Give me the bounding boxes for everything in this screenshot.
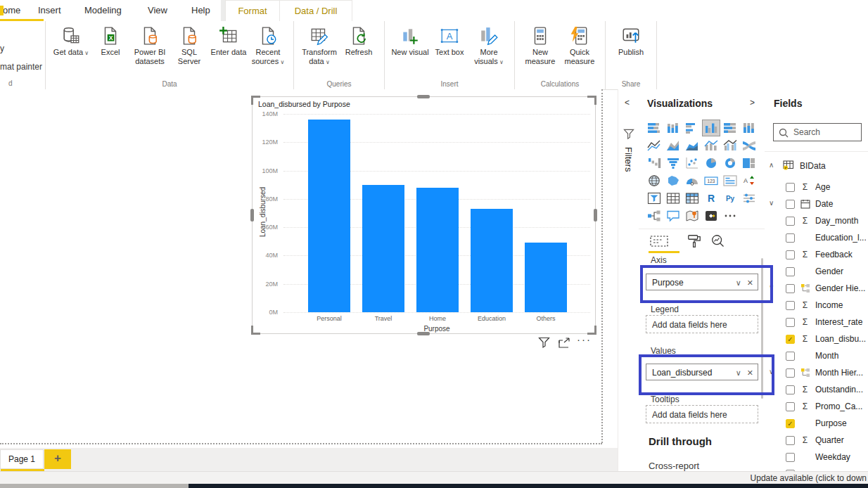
field-checkbox[interactable]: [786, 402, 795, 411]
chevron-down-icon[interactable]: ∨: [769, 368, 774, 375]
bar-chart-visual[interactable]: Loan_disbursed by Purpose Loan_disbursed…: [252, 96, 596, 334]
vis-icon-100-stacked-bar-chart[interactable]: [722, 120, 739, 136]
vis-icon-clustered-bar-chart[interactable]: [684, 120, 701, 136]
axis-field-dropdown-icon[interactable]: ∨: [736, 278, 741, 287]
page-tab-page1[interactable]: Page 1: [0, 449, 44, 469]
vis-icon-line-and-clustered-column-chart[interactable]: [722, 138, 739, 153]
vis-icon-stacked-column-chart[interactable]: [665, 120, 682, 136]
vis-icon-scatter-chart[interactable]: [684, 155, 701, 171]
vis-icon-donut-chart[interactable]: [722, 155, 739, 171]
enter-data-button[interactable]: Enter data: [209, 24, 248, 58]
selection-handle-top[interactable]: [417, 95, 430, 98]
update-available-message[interactable]: Update available (click to down: [751, 473, 867, 483]
field-row-age[interactable]: ΣAge: [765, 179, 868, 196]
field-checkbox[interactable]: [786, 368, 795, 378]
text-box-button[interactable]: AText box: [430, 24, 469, 58]
scrollbar[interactable]: [761, 258, 763, 399]
axis-field-remove-icon[interactable]: ✕: [747, 278, 753, 287]
legend-field-well[interactable]: Add data fields here: [646, 315, 758, 333]
field-checkbox[interactable]: [786, 318, 795, 327]
tab-data-drill[interactable]: Data / Drill: [279, 0, 352, 22]
vis-icon-waterfall-chart[interactable]: [646, 155, 663, 171]
vis-icon-line-chart[interactable]: [646, 138, 663, 153]
field-checkbox[interactable]: ✓: [786, 335, 795, 344]
more-visuals-button[interactable]: More visuals ∨: [469, 24, 509, 68]
tab-analytics[interactable]: [708, 233, 729, 250]
chevron-down-icon[interactable]: ∨: [769, 199, 774, 207]
collapse-visualizations-icon[interactable]: >: [750, 98, 755, 108]
selection-handle-top-right[interactable]: [587, 96, 596, 105]
field-checkbox[interactable]: ✓: [786, 419, 795, 428]
field-row-day-month[interactable]: ΣDay_month: [765, 213, 868, 230]
field-row-education-l-[interactable]: Education_l...: [765, 230, 868, 247]
field-checkbox[interactable]: [786, 250, 795, 259]
field-row-date[interactable]: ∨Date: [765, 196, 868, 213]
tab-modeling[interactable]: Modeling: [82, 0, 125, 21]
tab-insert[interactable]: Insert: [35, 0, 64, 21]
field-checkbox[interactable]: [786, 267, 795, 276]
vis-icon-python-visual[interactable]: Py: [722, 191, 739, 206]
filter-icon[interactable]: [538, 337, 550, 352]
vis-icon-funnel-chart[interactable]: [665, 155, 682, 171]
vis-icon-q-and-a[interactable]: [665, 208, 682, 224]
field-checkbox[interactable]: [786, 453, 795, 462]
table-row-bidata[interactable]: ∧BIData: [765, 158, 868, 175]
vis-icon-treemap[interactable]: [741, 155, 758, 171]
vis-icon-more-options[interactable]: [722, 208, 739, 224]
vis-icon-card[interactable]: 123: [703, 173, 720, 188]
focus-mode-icon[interactable]: [558, 337, 570, 352]
field-row-gender-hie-[interactable]: ∨Gender Hie...: [765, 281, 868, 297]
add-page-button[interactable]: +: [44, 449, 71, 469]
new-visual-button[interactable]: New visual: [390, 24, 430, 58]
field-checkbox[interactable]: [786, 352, 795, 361]
sql-server-button[interactable]: SQL Server: [170, 24, 209, 68]
bar-travel[interactable]: [362, 185, 404, 312]
vis-icon-map[interactable]: [646, 173, 663, 188]
axis-field-well[interactable]: Purpose ∨✕: [646, 274, 758, 290]
field-checkbox[interactable]: [786, 436, 795, 445]
vis-icon-stacked-area-chart[interactable]: [684, 138, 701, 153]
field-row-quarter[interactable]: ΣQuarter: [765, 432, 868, 449]
vis-icon-decomposition-tree[interactable]: [646, 208, 663, 224]
bar-personal[interactable]: [308, 120, 350, 312]
field-row-weekday[interactable]: Weekday: [765, 449, 868, 466]
vis-icon-filled-map[interactable]: [665, 173, 682, 188]
selection-handle-right[interactable]: [594, 209, 597, 221]
field-row-month[interactable]: Month: [765, 348, 868, 365]
vis-icon-ribbon-chart[interactable]: [741, 138, 758, 153]
tab-format[interactable]: Format: [225, 0, 280, 22]
tab-format[interactable]: [684, 233, 705, 250]
field-checkbox[interactable]: [786, 183, 795, 192]
more-options-icon[interactable]: ···: [577, 333, 592, 345]
recent-sources-button[interactable]: Recent sources ∨: [248, 24, 288, 68]
selection-handle-bottom[interactable]: [417, 332, 430, 335]
field-checkbox[interactable]: [786, 233, 795, 243]
field-row-outstandin-[interactable]: ΣOutstandin...: [765, 382, 868, 399]
field-checkbox[interactable]: [786, 301, 795, 310]
transform-data-button[interactable]: Transform data ∨: [300, 24, 339, 68]
vis-icon-area-chart[interactable]: [665, 138, 682, 153]
vis-icon-line-and-stacked-column-chart[interactable]: [703, 138, 720, 153]
tab-fields-wells[interactable]: [649, 233, 670, 250]
search-input[interactable]: Search: [773, 123, 862, 141]
field-row-gender[interactable]: Gender: [765, 264, 868, 281]
field-checkbox[interactable]: [786, 284, 795, 293]
values-field-well[interactable]: Loan_disbursed ∨✕: [646, 364, 758, 380]
field-row-interest-rate[interactable]: ΣInterest_rate: [765, 314, 868, 331]
bar-home[interactable]: [416, 188, 459, 312]
publish-button[interactable]: Publish: [611, 24, 651, 58]
selection-handle-left[interactable]: [250, 209, 254, 221]
format-painter-label[interactable]: mat painter: [0, 62, 42, 72]
get-data-button[interactable]: Get data ∨: [51, 24, 91, 59]
new-measure-button[interactable]: New measure: [521, 24, 560, 68]
field-row-purpose[interactable]: ✓Purpose: [765, 416, 868, 432]
vis-icon-100-stacked-column-chart[interactable]: [741, 120, 758, 136]
quick-measure-button[interactable]: Quick measure: [560, 24, 599, 68]
chevron-down-icon[interactable]: ∨: [769, 283, 774, 291]
expand-filters-icon[interactable]: <: [625, 98, 630, 108]
vis-icon-r-script-visual[interactable]: R: [703, 191, 720, 206]
field-checkbox[interactable]: [786, 385, 795, 394]
vis-icon-arcgis-map[interactable]: [684, 208, 701, 224]
excel-button[interactable]: XExcel: [91, 24, 130, 58]
vis-icon-matrix[interactable]: [684, 191, 701, 206]
